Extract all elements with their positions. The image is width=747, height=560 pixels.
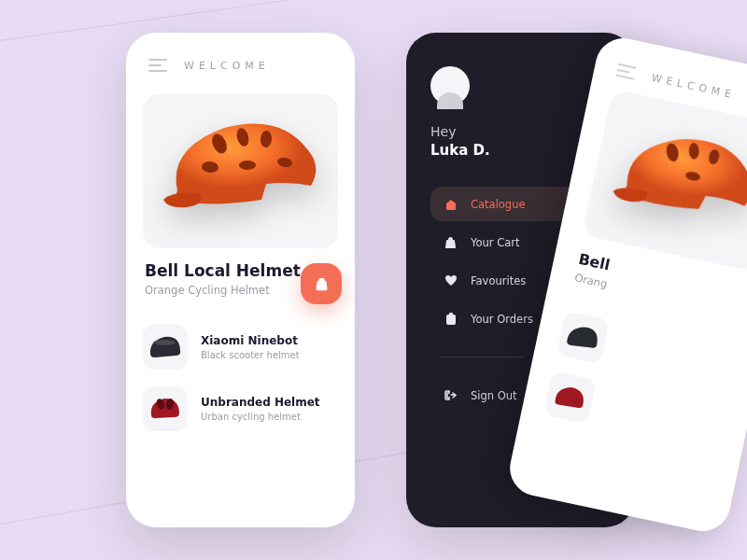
product-list: Xiaomi Ninebot Black scooter helmet Unbr… bbox=[126, 319, 355, 454]
divider bbox=[440, 357, 524, 357]
helmet-black-icon bbox=[148, 333, 183, 361]
product-thumbnail bbox=[143, 325, 188, 370]
nav-label: Your Orders bbox=[471, 313, 533, 326]
add-to-cart-button[interactable] bbox=[301, 263, 342, 304]
header-title: WELCOME bbox=[651, 71, 737, 101]
product-thumbnail bbox=[143, 386, 188, 431]
helmet-orange-icon bbox=[599, 111, 747, 251]
list-item[interactable]: Xiaomi Ninebot Black scooter helmet bbox=[143, 325, 338, 370]
signout-icon bbox=[444, 388, 458, 402]
svg-point-4 bbox=[239, 161, 256, 170]
phone-drawer-screen: Hey Luka D. Catalogue Your Cart Favourit… bbox=[406, 33, 635, 527]
item-title: Unbranded Helmet bbox=[201, 396, 320, 409]
menu-icon[interactable] bbox=[148, 59, 167, 72]
item-subtitle: Black scooter helmet bbox=[201, 350, 300, 360]
hero-image bbox=[143, 94, 338, 248]
helmet-red-icon bbox=[550, 380, 590, 414]
helmet-orange-icon bbox=[154, 111, 327, 232]
avatar[interactable] bbox=[430, 66, 470, 105]
item-subtitle: Urban cycling helmet bbox=[201, 412, 320, 422]
svg-point-6 bbox=[153, 340, 176, 345]
menu-icon bbox=[615, 63, 636, 80]
hero-product-card[interactable]: Bell Local Helmet Orange Cycling Helmet bbox=[143, 94, 338, 297]
nav-label: Catalogue bbox=[471, 198, 526, 211]
home-icon bbox=[444, 197, 458, 211]
nav-label: Your Cart bbox=[471, 236, 520, 249]
bag-icon bbox=[444, 235, 458, 249]
svg-rect-10 bbox=[449, 313, 453, 315]
hero-image bbox=[582, 89, 747, 272]
item-title: Xiaomi Ninebot bbox=[201, 334, 300, 347]
nav-label: Sign Out bbox=[471, 389, 517, 402]
list-item[interactable]: Unbranded Helmet Urban cycling helmet bbox=[143, 386, 338, 431]
phone-catalogue-screen: WELCOME Bell Local Helmet Orange Cycling… bbox=[126, 33, 355, 527]
header-bar: WELCOME bbox=[126, 33, 355, 87]
svg-rect-9 bbox=[446, 315, 456, 325]
header-title: WELCOME bbox=[184, 60, 270, 72]
heart-icon bbox=[444, 273, 458, 287]
bag-icon bbox=[314, 276, 330, 292]
helmet-red-icon bbox=[148, 395, 183, 423]
helmet-black-icon bbox=[563, 320, 603, 355]
nav-label: Favourites bbox=[471, 274, 526, 287]
clipboard-icon bbox=[444, 312, 458, 326]
